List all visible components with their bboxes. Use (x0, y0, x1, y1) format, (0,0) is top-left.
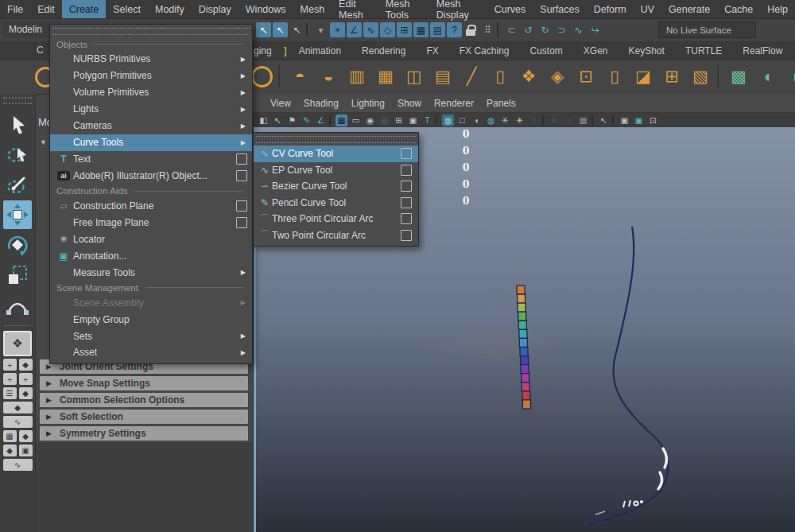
shelf-item-icon[interactable]: ▩ (727, 64, 750, 88)
shelf-tab[interactable]: Rendering (351, 45, 416, 56)
menubar-item[interactable]: Mesh Tools (378, 0, 429, 18)
option-box[interactable] (401, 230, 412, 241)
shelf-item-icon[interactable]: ⊡ (574, 64, 598, 88)
toolbox-drag-handle[interactable] (3, 97, 32, 104)
viewport-toolbar-icon[interactable] (542, 115, 546, 126)
viewport-toolbar-icon[interactable]: ◍ (485, 115, 497, 126)
layout-shortcut-button[interactable]: ∿ (3, 459, 33, 471)
create-menu-item[interactable]: ▱ Construction Plane (50, 198, 252, 215)
viewport-toolbar-icon[interactable]: ▭ (350, 115, 362, 126)
option-box[interactable] (401, 213, 412, 224)
layout-shortcut-button[interactable]: ◆ (3, 445, 17, 456)
viewport-toolbar-icon[interactable]: ↖ (272, 115, 284, 126)
shelf-item-icon[interactable] (278, 65, 283, 87)
option-box[interactable] (401, 197, 412, 208)
panel-menu-item[interactable]: View (264, 98, 297, 109)
shelf-item-icon[interactable]: ❖ (517, 64, 541, 88)
viewport-toolbar-icon[interactable]: ⚑ (286, 115, 298, 126)
collapsed-section-bar[interactable]: ▶ Soft Selection (40, 410, 248, 424)
create-menu-item[interactable]: Free Image Plane (50, 214, 252, 231)
shelf-tab[interactable]: ] (282, 45, 289, 56)
curve-submenu-item[interactable]: ∿ CV Curve Tool (254, 146, 418, 162)
curve-submenu-item[interactable]: ⌒ Three Point Circular Arc (254, 211, 418, 227)
status-icon[interactable]: ＋ (330, 22, 345, 37)
shelf-item-icon[interactable]: ⊞ (660, 64, 684, 88)
shelf-tab[interactable]: KeyShot (619, 45, 675, 56)
create-menu-item[interactable]: Cameras ▶ (50, 118, 252, 134)
viewport-toolbar-icon[interactable]: ⊞ (393, 115, 405, 126)
status-icon[interactable]: ◇ (380, 22, 395, 37)
create-menu-item[interactable]: Lights ▶ (50, 101, 252, 118)
create-menu-item[interactable]: NURBS Primitives ▶ (50, 51, 252, 68)
menubar-item[interactable]: Cache (717, 0, 760, 18)
layout-shortcut-button[interactable]: ◆ (3, 402, 33, 414)
viewport-toolbar-icon[interactable]: ◧ (258, 115, 270, 126)
layout-shortcut-button[interactable]: ▣ (19, 445, 33, 456)
scale-tool-button[interactable] (3, 261, 32, 289)
collapse-caret-icon[interactable]: ▼ (40, 138, 47, 146)
create-menu-item[interactable]: Sets ▶ (50, 328, 252, 344)
shelf-tab[interactable]: FX Caching (449, 45, 520, 56)
shelf-tab[interactable]: Custom (519, 45, 572, 56)
menubar-item[interactable]: Deform (587, 0, 634, 18)
shelf-tab[interactable]: FX (416, 45, 448, 56)
shelf-item-icon[interactable]: ◗ (784, 64, 795, 88)
status-icon[interactable]: ⊃ (554, 22, 569, 37)
collapsed-section-bar[interactable]: ▶ Move Snap Settings (40, 376, 248, 390)
menubar-item[interactable]: Select (106, 0, 148, 18)
option-box[interactable] (401, 165, 412, 176)
menubar-item[interactable]: Windows (238, 0, 293, 18)
viewport-toolbar-icon[interactable] (612, 115, 616, 126)
status-icon[interactable] (497, 23, 502, 37)
lasso-tool-button[interactable] (3, 140, 32, 169)
shelf-item-icon[interactable]: ▧ (688, 64, 712, 88)
layout-shortcut-button[interactable]: ◆ (19, 430, 33, 442)
shelf-item-icon[interactable]: ▥ (345, 64, 369, 88)
shelf-item-icon[interactable]: ◈ (545, 64, 569, 88)
shelf-tab[interactable]: TURTLE (675, 45, 732, 56)
viewport-toolbar-icon[interactable]: ▣ (633, 115, 645, 126)
status-icon[interactable]: ↖ (289, 22, 304, 37)
status-icon[interactable]: ⠿ (480, 22, 495, 37)
status-icon[interactable]: ▦ (413, 22, 429, 37)
menubar-item[interactable]: Display (192, 0, 238, 18)
menubar-item[interactable]: Generate (661, 0, 717, 18)
create-menu-item[interactable]: ✳ Locator (50, 231, 252, 247)
curve-submenu-item[interactable]: ∿ EP Curve Tool (254, 162, 418, 179)
viewport-toolbar-icon[interactable]: ⊡ (647, 115, 659, 126)
curve-submenu-item[interactable]: ∽ Bezier Curve Tool (254, 178, 418, 195)
create-menu-item[interactable]: Scene Management (50, 281, 252, 294)
viewport-toolbar-icon[interactable]: ✳ (499, 115, 511, 126)
create-menu-item[interactable]: Polygon Primitives ▶ (50, 68, 252, 84)
status-icon[interactable]: ↺ (521, 22, 536, 37)
shelf-tab[interactable]: XGen (573, 45, 619, 56)
viewport-toolbar-icon[interactable]: ▣ (619, 115, 630, 126)
shelf-sphere-icon[interactable] (251, 66, 273, 87)
create-menu-item[interactable]: Scene Assembly ▶ (50, 294, 252, 311)
panel-menu-item[interactable]: Shading (297, 98, 345, 109)
create-menu-item[interactable]: T Text (50, 151, 252, 168)
status-icon[interactable]: ▾ (313, 22, 328, 37)
menubar-item[interactable]: Create (62, 0, 107, 18)
layout-shortcut-button[interactable]: ＋ (3, 359, 17, 371)
status-icon[interactable]: ▤ (430, 22, 445, 37)
create-menu-item[interactable]: Objects (50, 37, 252, 51)
viewport-toolbar-icon[interactable]: □ (456, 115, 468, 126)
viewport-toolbar-icon[interactable]: ◎ (378, 115, 390, 126)
option-box[interactable] (236, 153, 247, 165)
viewport-toolbar-icon[interactable] (591, 115, 595, 126)
status-icon[interactable]: ↻ (537, 22, 553, 37)
status-icon[interactable]: ? (447, 22, 462, 37)
workspace-selector[interactable]: Modelin (2, 21, 55, 38)
layout-shortcut-button[interactable]: ◆ (19, 359, 33, 371)
create-menu-item[interactable] (52, 28, 250, 35)
viewport-toolbar-icon[interactable]: ▩ (577, 115, 589, 126)
shelf-item-icon[interactable]: ▯ (488, 64, 512, 88)
shelf-item-icon[interactable]: ◫ (402, 64, 426, 88)
viewport-toolbar-icon[interactable]: ↖ (598, 115, 610, 126)
nurbs-curve[interactable] (586, 227, 669, 527)
create-menu-item[interactable]: Volume Primitives ▶ (50, 84, 252, 101)
status-icon[interactable]: ∿ (571, 22, 586, 37)
layout-shortcut-button[interactable]: ◆ (19, 387, 33, 399)
create-menu-item[interactable]: Measure Tools ▶ (50, 264, 252, 281)
